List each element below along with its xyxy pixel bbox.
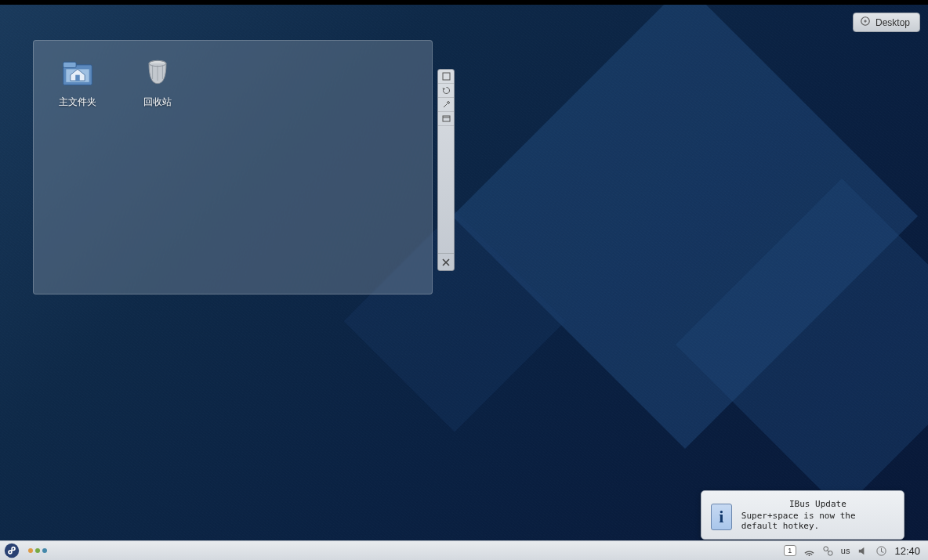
desktop-pager[interactable] (28, 548, 47, 553)
network-indicator[interactable] (803, 545, 815, 557)
svg-rect-7 (443, 73, 450, 80)
toolbar-spacer (438, 126, 454, 253)
pager-desktop-1[interactable] (28, 548, 33, 553)
notification-popup[interactable]: i IBus Update Super+space is now the def… (701, 490, 904, 540)
clipboard-indicator[interactable] (822, 545, 834, 557)
home-folder-label: 主文件夹 (59, 96, 96, 109)
notification-count: 1 (784, 545, 796, 556)
pager-desktop-3[interactable] (42, 548, 47, 553)
desktop[interactable]: Desktop 主文件夹 (0, 5, 928, 540)
updates-indicator[interactable] (875, 545, 887, 557)
toolbox-icon (860, 16, 871, 29)
svg-rect-2 (63, 62, 77, 67)
notification-indicator[interactable]: 1 (784, 545, 796, 556)
clock[interactable]: 12:40 (894, 545, 920, 557)
svg-rect-4 (75, 75, 80, 81)
widget-resize-button[interactable] (438, 70, 454, 84)
widget-rotate-button[interactable] (438, 84, 454, 98)
folder-view-widget[interactable]: 主文件夹 回收站 (33, 40, 433, 294)
notification-title: IBus Update (741, 499, 894, 509)
trash-label: 回收站 (143, 96, 172, 109)
widget-configure-button[interactable] (438, 98, 454, 112)
taskbar: 1 us 12:40 (0, 540, 928, 560)
keyboard-layout-indicator[interactable]: us (841, 546, 850, 555)
widget-maximize-button[interactable] (438, 112, 454, 126)
toolbox-label: Desktop (875, 17, 910, 28)
widget-close-button[interactable] (438, 253, 454, 270)
volume-indicator[interactable] (857, 545, 868, 557)
pager-desktop-2[interactable] (35, 548, 40, 553)
info-icon: i (711, 504, 732, 530)
home-folder-icon[interactable]: 主文件夹 (53, 55, 103, 109)
desktop-toolbox-button[interactable]: Desktop (853, 13, 920, 32)
trash-icon[interactable]: 回收站 (132, 55, 183, 109)
svg-rect-8 (443, 116, 450, 121)
widget-handle-toolbar[interactable] (437, 69, 455, 271)
svg-point-10 (808, 555, 810, 556)
app-launcher-button[interactable] (0, 541, 24, 561)
system-tray: 1 us 12:40 (784, 545, 928, 557)
folder-icon (60, 55, 95, 92)
notification-body: Super+space is now the default hotkey. (741, 511, 894, 531)
trash-can-icon (140, 55, 175, 92)
